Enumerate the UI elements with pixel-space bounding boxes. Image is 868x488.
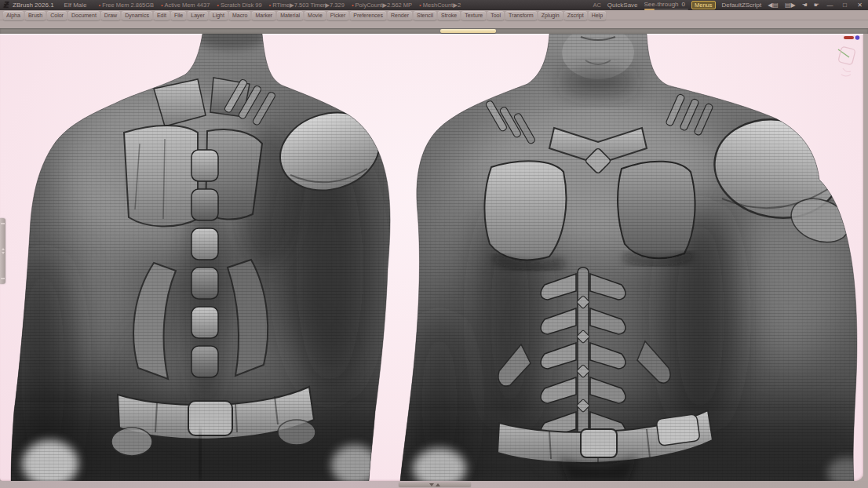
- back-view-figure: [0, 34, 408, 481]
- status-stats: Free Mem 2.865GB Active Mem 4437 Scratch…: [99, 2, 461, 9]
- menu-transform[interactable]: Transform: [505, 11, 537, 20]
- app-title: ZBrush 2026.1: [13, 2, 53, 9]
- minimize-button[interactable]: —: [826, 0, 834, 10]
- horizontal-scrollbar-top[interactable]: [0, 28, 868, 34]
- menu-draw[interactable]: Draw: [101, 11, 120, 20]
- document-title: Elf Male: [64, 2, 87, 9]
- stat-active-mem: Active Mem 4437: [161, 2, 210, 9]
- vertical-scrollbar-left-thumb[interactable]: [0, 218, 5, 284]
- scroll-up-icon: [2, 248, 5, 250]
- menu-light[interactable]: Light: [210, 11, 228, 20]
- quicksave-button[interactable]: QuickSave: [607, 2, 638, 9]
- menu-material[interactable]: Material: [277, 11, 303, 20]
- menu-layer[interactable]: Layer: [188, 11, 208, 20]
- horizontal-scrollbar-top-thumb[interactable]: [440, 29, 496, 33]
- stat-meshcount: MeshCount▶2: [419, 2, 461, 9]
- menu-stencil[interactable]: Stencil: [414, 11, 436, 20]
- zbrush-logo-icon: Ƶ: [4, 0, 9, 10]
- see-through-value: 0: [682, 1, 685, 8]
- menu-texture[interactable]: Texture: [461, 11, 486, 20]
- title-bar: Ƶ ZBrush 2026.1 Elf Male Free Mem 2.865G…: [0, 0, 868, 10]
- ac-label[interactable]: AC: [593, 2, 600, 9]
- menu-file[interactable]: File: [171, 11, 186, 20]
- scroll-down-icon: [2, 252, 5, 254]
- front-view-figure: [392, 34, 863, 481]
- menu-render[interactable]: Render: [388, 11, 412, 20]
- menu-picker[interactable]: Picker: [327, 11, 348, 20]
- menu-tool[interactable]: Tool: [487, 11, 504, 20]
- right-tray-toggle-icon[interactable]: ▤▶: [785, 0, 796, 10]
- menu-edit[interactable]: Edit: [154, 11, 170, 20]
- left-tray-toggle-icon[interactable]: ◀▤: [768, 0, 779, 10]
- stat-rtime-timer: RTime▶7.503 Timer▶7.329: [269, 2, 345, 9]
- menu-bar: Alpha Brush Color Document Draw Dynamics…: [0, 10, 868, 20]
- see-through-track[interactable]: [644, 9, 688, 10]
- scroll-left-hand-icon[interactable]: ☚: [802, 0, 808, 10]
- menu-preferences[interactable]: Preferences: [350, 11, 386, 20]
- default-zscript-button[interactable]: DefaultZScript: [722, 2, 762, 9]
- horizontal-scrollbar-bottom-thumb[interactable]: [399, 483, 471, 487]
- menu-zplugin[interactable]: Zplugin: [538, 11, 563, 20]
- document-canvas[interactable]: [0, 34, 863, 481]
- menu-marker[interactable]: Marker: [252, 11, 275, 20]
- see-through-label: See-through: [644, 1, 679, 8]
- stat-free-mem: Free Mem 2.865GB: [99, 2, 155, 9]
- menu-dynamics[interactable]: Dynamics: [122, 11, 152, 20]
- menu-stroke[interactable]: Stroke: [438, 11, 460, 20]
- menu-help[interactable]: Help: [589, 11, 606, 20]
- see-through-slider[interactable]: See-through 0: [644, 1, 685, 10]
- menu-movie[interactable]: Movie: [305, 11, 326, 20]
- sculpt-viewport[interactable]: [0, 34, 863, 481]
- menu-alpha[interactable]: Alpha: [3, 11, 24, 20]
- scroll-down-icon: [429, 483, 434, 486]
- bottom-frame: [0, 481, 868, 488]
- close-button[interactable]: ✕: [855, 0, 864, 10]
- menu-zscript[interactable]: Zscript: [564, 11, 587, 20]
- menu-color[interactable]: Color: [47, 11, 67, 20]
- stat-scratch-disk: Scratch Disk 99: [217, 2, 261, 9]
- scroll-up-icon: [436, 483, 440, 486]
- menu-document[interactable]: Document: [68, 11, 100, 20]
- menu-macro[interactable]: Macro: [229, 11, 250, 20]
- restore-button[interactable]: □: [841, 0, 849, 10]
- canvas-nav-gizmo-icon[interactable]: [833, 35, 860, 84]
- toolbar-spacer: [0, 20, 868, 28]
- stat-polycount: PolyCount▶2.562 MP: [352, 2, 412, 9]
- menu-brush[interactable]: Brush: [25, 11, 46, 20]
- scroll-right-hand-icon[interactable]: ☛: [814, 0, 819, 10]
- menus-toggle-button[interactable]: Menus: [691, 1, 716, 9]
- see-through-thumb[interactable]: [644, 9, 655, 10]
